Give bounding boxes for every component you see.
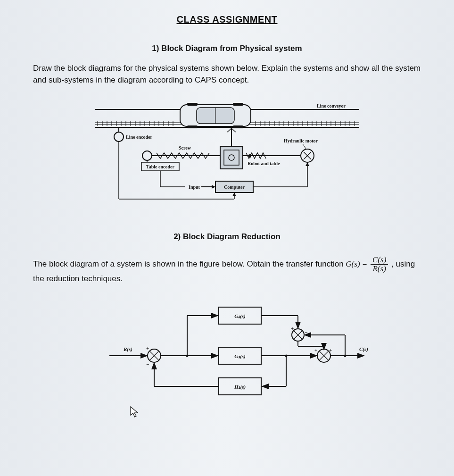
tf-den: R(s) (371, 265, 388, 273)
car-icon (180, 103, 251, 128)
label-G2: G₂(s) (234, 313, 246, 319)
svg-text:+: + (329, 347, 332, 353)
label-line-encoder: Line encoder (126, 134, 152, 140)
assignment-page: CLASS ASSIGNMENT 1) Block Diagram from P… (0, 0, 454, 476)
svg-marker-60 (212, 185, 215, 189)
svg-rect-49 (233, 125, 243, 128)
label-R: R(s) (123, 346, 132, 352)
q2-heading: 2) Block Diagram Reduction (28, 232, 426, 242)
svg-rect-48 (187, 125, 198, 128)
svg-text:+: + (291, 326, 294, 331)
label-C: C(s) (359, 346, 368, 352)
svg-rect-47 (233, 103, 243, 106)
q2-figure: R(s) + − G₁(s) + + C(s) G₂(s) (76, 294, 378, 403)
q1-heading: 1) Block Diagram from Physical system (28, 44, 426, 53)
label-H1: H₁(s) (233, 384, 245, 390)
label-line-conveyor: Line conveyor (317, 103, 346, 109)
q2-prompt: The block diagram of a system is shown i… (33, 256, 421, 284)
tf-lhs: G(s) = (346, 259, 367, 268)
svg-marker-67 (232, 192, 236, 196)
page-title: CLASS ASSIGNMENT (28, 14, 426, 25)
svg-marker-63 (305, 162, 309, 166)
label-table-encoder: Table encoder (146, 164, 174, 169)
robot-table-icon (220, 146, 243, 169)
line-encoder-icon (114, 132, 124, 142)
svg-text:−: − (305, 329, 307, 335)
label-robot-table: Robot and table (248, 161, 280, 166)
svg-rect-46 (187, 103, 198, 106)
label-G1: G₁(s) (234, 353, 246, 359)
label-input: Input (189, 184, 200, 190)
q1-figure: Line conveyor Line encoder Screw Robot a… (86, 95, 369, 209)
mouse-cursor-icon (130, 406, 139, 418)
svg-line-56 (303, 144, 306, 150)
label-screw: Screw (179, 145, 191, 150)
svg-text:−: − (146, 361, 149, 367)
svg-text:+: + (146, 345, 149, 351)
label-computer: Computer (224, 184, 245, 190)
q2-prompt-pre: The block diagram of a system is shown i… (33, 259, 346, 268)
label-hydraulic-motor: Hydraulic motor (284, 138, 318, 143)
q1-prompt: Draw the block diagrams for the physical… (33, 63, 421, 86)
tf-num: C(s) (371, 256, 388, 265)
tf-fraction: C(s) R(s) (371, 256, 388, 273)
svg-text:+: + (314, 347, 317, 353)
table-encoder-icon (142, 151, 152, 160)
